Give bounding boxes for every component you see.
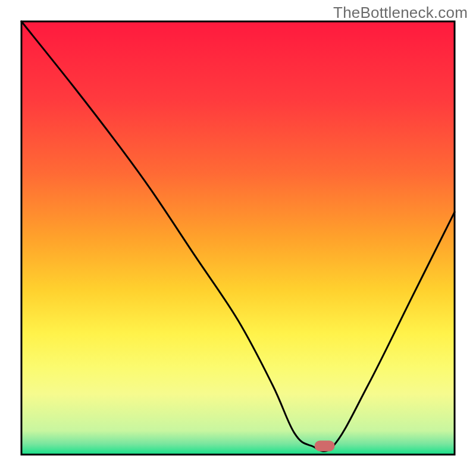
bottleneck-chart xyxy=(0,0,476,476)
watermark-text: TheBottleneck.com xyxy=(333,4,468,22)
chart-plot-area xyxy=(21,21,455,455)
optimal-point-marker xyxy=(315,440,335,451)
